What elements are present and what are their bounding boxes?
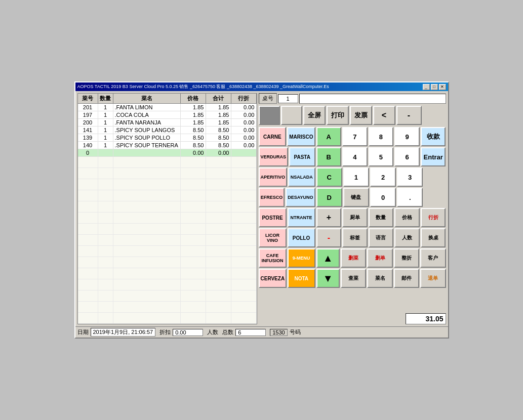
email-button[interactable]: 邮件 xyxy=(394,269,419,288)
total-status: 总数 6 xyxy=(222,328,266,337)
table-row[interactable]: 197 1 .COCA COLA 1.85 1.85 0.00 xyxy=(78,111,257,119)
backspace-button[interactable]: < xyxy=(373,106,395,125)
empty-row xyxy=(78,290,257,302)
category-marisco[interactable]: MARISCO xyxy=(287,127,315,146)
empty-row xyxy=(78,246,257,257)
table-row[interactable]: 140 1 .SPICY SOUP TERNERA 8.50 8.50 0.00 xyxy=(78,142,257,149)
key-B[interactable]: B xyxy=(316,147,342,166)
keyboard-button[interactable]: 键盘 xyxy=(343,188,369,207)
window-controls: _ □ ✕ xyxy=(423,84,446,90)
category-cafe-infusion[interactable]: CAFE INFUSION xyxy=(259,248,287,268)
table-row[interactable]: 139 1 .SPICY SOUP POLLO 8.50 8.50 0.00 xyxy=(78,134,257,142)
key-0[interactable]: 0 xyxy=(370,188,396,207)
print-button[interactable]: 打印 xyxy=(327,106,349,125)
change-table-button[interactable]: 换桌 xyxy=(421,228,446,247)
category-desayuno[interactable]: DESAYUNO xyxy=(286,188,315,207)
key-4[interactable]: 4 xyxy=(342,147,368,166)
line-disc-button[interactable]: 行折 xyxy=(421,208,446,227)
main-content: 菜号 数量 菜名 价格 合计 行折 201 1 .FANTA LIMON 1.8… xyxy=(75,91,448,326)
order-table: 菜号 数量 菜名 价格 合计 行折 201 1 .FANTA LIMON 1.8… xyxy=(77,93,257,324)
table-row-selected[interactable]: 0 0.00 0.00 xyxy=(78,149,257,157)
fullscreen-button[interactable]: 全屏 xyxy=(303,106,326,125)
delete-item-button[interactable]: 删菜 xyxy=(341,248,366,268)
plus-button[interactable]: + xyxy=(316,208,342,227)
category-licor-vino[interactable]: LICOR VINO xyxy=(259,228,287,247)
empty-row xyxy=(78,302,257,313)
empty-row xyxy=(78,190,257,201)
empty-row xyxy=(78,201,257,213)
kitchen-order-button[interactable]: 厨单 xyxy=(342,208,368,227)
key-5[interactable]: 5 xyxy=(369,147,394,166)
search-item-button[interactable]: 查菜 xyxy=(341,269,366,288)
key-A[interactable]: A xyxy=(316,127,342,146)
empty-row xyxy=(78,279,257,290)
minus-button[interactable]: - xyxy=(316,228,342,247)
key-6[interactable]: 6 xyxy=(394,147,420,166)
category-nsalada[interactable]: NSALADA xyxy=(288,167,315,187)
maximize-button[interactable]: □ xyxy=(431,84,438,90)
total-label: 总数 xyxy=(222,328,233,336)
category-nota[interactable]: NOTA xyxy=(288,269,315,288)
minimize-button[interactable]: _ xyxy=(423,84,430,90)
category-9menu[interactable]: 9-MENU xyxy=(288,248,315,268)
key-3[interactable]: 3 xyxy=(397,167,423,187)
category-efresco[interactable]: EFRESCO xyxy=(259,188,285,207)
empty-space2 xyxy=(424,188,446,207)
empty-row xyxy=(78,235,257,246)
empty-space xyxy=(424,167,446,187)
key-dot[interactable]: . xyxy=(397,188,423,207)
return-order-button[interactable]: 退单 xyxy=(420,269,446,288)
key-9[interactable]: 9 xyxy=(394,127,420,146)
people-status: 人数 xyxy=(207,328,218,337)
col-header-qty: 数量 xyxy=(98,94,113,103)
table-row[interactable]: 200 1 .FANTA NARANJA 1.85 1.85 0.00 xyxy=(78,119,257,127)
table-row[interactable]: 201 1 .FANTA LIMON 1.85 1.85 0.00 xyxy=(78,104,257,111)
empty-row xyxy=(78,224,257,235)
category-verduras[interactable]: VERDURAS xyxy=(259,147,289,166)
empty-row xyxy=(78,313,257,324)
category-pollo[interactable]: POLLO xyxy=(288,228,315,247)
col-header-total: 合计 xyxy=(206,94,231,103)
minus-top-button[interactable]: - xyxy=(396,106,422,125)
key-2[interactable]: 2 xyxy=(370,167,396,187)
numpad-action-area: A 7 8 9 收款 B 4 5 6 Entrar xyxy=(316,127,446,311)
right-panel: 桌号 1 全屏 打印 发票 < - CARNE xyxy=(259,93,446,324)
total-disc-button[interactable]: 整折 xyxy=(394,248,419,268)
table-row[interactable]: 141 1 .SPICY SOUP LANGOS 8.50 8.50 0.00 xyxy=(78,127,257,134)
people-button[interactable]: 人数 xyxy=(394,228,420,247)
col-header-id: 菜号 xyxy=(78,94,98,103)
label-button[interactable]: 标签 xyxy=(342,228,368,247)
order-label: 桌号 xyxy=(259,93,277,104)
item-name-button[interactable]: 菜名 xyxy=(367,269,392,288)
scroll-up-button[interactable]: ▲ xyxy=(316,248,340,268)
code-value: 1530 xyxy=(270,329,287,336)
delete-order-button[interactable]: 删单 xyxy=(367,248,392,268)
customer-button[interactable]: 客户 xyxy=(420,248,446,268)
key-C[interactable]: C xyxy=(316,167,342,187)
title-bar: AOPOS TACTIL 2019 B3 Server Cloud Pro 5.… xyxy=(75,82,448,91)
empty-row xyxy=(78,179,257,190)
close-button[interactable]: ✕ xyxy=(439,84,446,90)
category-carne[interactable]: CARNE xyxy=(259,127,287,146)
category-aperitivo[interactable]: APERITIVO xyxy=(259,167,288,187)
key-1[interactable]: 1 xyxy=(343,167,369,187)
price-button[interactable]: 价格 xyxy=(394,208,420,227)
scroll-down-button[interactable]: ▼ xyxy=(316,269,340,288)
enter-button[interactable]: Entrar xyxy=(421,147,446,166)
key-7[interactable]: 7 xyxy=(342,127,368,146)
category-cerveza[interactable]: CERVEZA xyxy=(259,269,287,288)
invoice-button[interactable]: 发票 xyxy=(350,106,372,125)
col-header-price: 价格 xyxy=(181,94,206,103)
status-bar: 日期 2019年1月9日, 21:06:57 折扣 0.00 人数 总数 6 1… xyxy=(75,326,448,338)
quantity-button[interactable]: 数量 xyxy=(369,208,394,227)
key-8[interactable]: 8 xyxy=(369,127,394,146)
empty-row xyxy=(78,268,257,279)
category-pasta[interactable]: PASTA xyxy=(289,147,315,166)
key-D[interactable]: D xyxy=(316,188,342,207)
col-header-disc: 行折 xyxy=(231,94,257,103)
category-postre[interactable]: POSTRE xyxy=(259,208,287,227)
empty-row xyxy=(78,213,257,224)
category-ntrante[interactable]: NTRANTE xyxy=(288,208,315,227)
language-button[interactable]: 语言 xyxy=(369,228,394,247)
checkout-button[interactable]: 收款 xyxy=(421,127,446,146)
